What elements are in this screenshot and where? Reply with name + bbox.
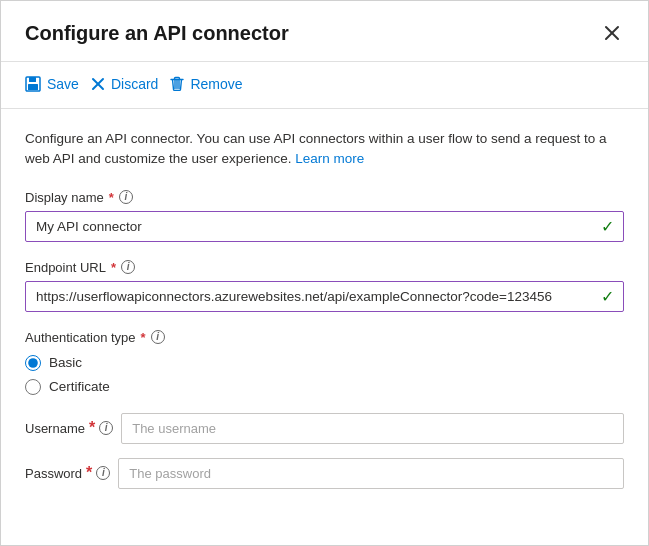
password-input[interactable] [118,458,624,489]
username-label: Username [25,421,85,436]
remove-label: Remove [190,76,242,92]
endpoint-url-input[interactable] [25,281,624,312]
auth-type-label: Authentication type [25,330,136,345]
username-input[interactable] [121,413,624,444]
username-row: Username * i [25,413,624,444]
display-name-check-icon: ✓ [601,217,614,236]
endpoint-url-label: Endpoint URL [25,260,106,275]
remove-button[interactable]: Remove [170,70,254,98]
endpoint-url-group: Endpoint URL * i ✓ [25,260,624,312]
dialog-content: Configure an API connector. You can use … [1,109,648,523]
discard-button[interactable]: Discard [91,70,170,98]
save-icon [25,76,41,92]
close-button[interactable] [600,21,624,45]
dialog-title: Configure an API connector [25,22,289,45]
auth-basic-label: Basic [49,355,82,370]
discard-label: Discard [111,76,158,92]
svg-rect-4 [28,84,38,90]
username-required: * [89,419,95,437]
display-name-input[interactable] [25,211,624,242]
endpoint-url-input-wrapper: ✓ [25,281,624,312]
description-text: Configure an API connector. You can use … [25,129,624,170]
auth-basic-option[interactable]: Basic [25,355,624,371]
remove-icon [170,76,184,92]
auth-type-info-icon[interactable]: i [151,330,165,344]
auth-certificate-radio[interactable] [25,379,41,395]
toolbar: Save Discard Remove [1,61,648,109]
username-label-area: Username * i [25,419,113,437]
endpoint-url-label-row: Endpoint URL * i [25,260,624,275]
display-name-required: * [109,190,114,205]
display-name-input-wrapper: ✓ [25,211,624,242]
endpoint-url-check-icon: ✓ [601,287,614,306]
password-row: Password * i [25,458,624,489]
learn-more-link[interactable]: Learn more [295,151,364,166]
auth-certificate-label: Certificate [49,379,110,394]
display-name-label: Display name [25,190,104,205]
auth-certificate-option[interactable]: Certificate [25,379,624,395]
display-name-info-icon[interactable]: i [119,190,133,204]
password-label: Password [25,466,82,481]
display-name-group: Display name * i ✓ [25,190,624,242]
password-info-icon[interactable]: i [96,466,110,480]
auth-type-required: * [141,330,146,345]
svg-rect-3 [29,77,36,82]
endpoint-url-required: * [111,260,116,275]
discard-icon [91,77,105,91]
password-label-area: Password * i [25,464,110,482]
dialog-header: Configure an API connector [1,1,648,61]
password-required: * [86,464,92,482]
save-button[interactable]: Save [25,70,91,98]
auth-type-radio-group: Basic Certificate [25,355,624,395]
username-info-icon[interactable]: i [99,421,113,435]
configure-api-connector-dialog: Configure an API connector Save [0,0,649,546]
auth-type-label-row: Authentication type * i [25,330,624,345]
save-label: Save [47,76,79,92]
display-name-label-row: Display name * i [25,190,624,205]
auth-basic-radio[interactable] [25,355,41,371]
auth-type-section: Authentication type * i Basic Certificat… [25,330,624,395]
close-icon [604,25,620,41]
endpoint-url-info-icon[interactable]: i [121,260,135,274]
